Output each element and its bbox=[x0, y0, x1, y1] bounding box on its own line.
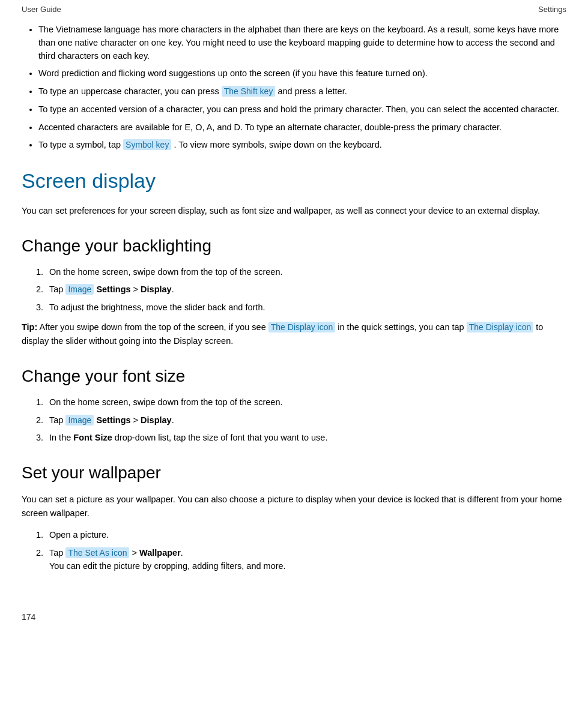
step-item: 2. Tap Image Settings > Display. bbox=[22, 283, 566, 296]
step-item: 3. To adjust the brightness, move the sl… bbox=[22, 301, 566, 314]
list-item: Word prediction and flicking word sugges… bbox=[38, 67, 566, 80]
list-item-text: Word prediction and flicking word sugges… bbox=[38, 68, 428, 78]
step-item: 1. On the home screen, swipe down from t… bbox=[22, 396, 566, 409]
display-icon-highlight-2: The Display icon bbox=[467, 322, 534, 332]
step-num: 2. bbox=[22, 547, 43, 573]
step-item: 2. Tap Image Settings > Display. bbox=[22, 414, 566, 427]
symbol-key-highlight: Symbol key bbox=[123, 139, 171, 150]
list-item: To type an uppercase character, you can … bbox=[38, 85, 566, 98]
wallpaper-steps: 1. Open a picture. 2. Tap The Set As ico… bbox=[22, 529, 566, 573]
list-item: To type an accented version of a charact… bbox=[38, 103, 566, 116]
step-num: 2. bbox=[22, 414, 43, 427]
screen-display-intro: You can set preferences for your screen … bbox=[22, 204, 566, 218]
step-text: On the home screen, swipe down from the … bbox=[49, 396, 282, 409]
step-item: 1. Open a picture. bbox=[22, 529, 566, 542]
shift-key-highlight: The Shift key bbox=[222, 86, 276, 97]
backlighting-heading: Change your backlighting bbox=[22, 236, 566, 256]
step-num: 1. bbox=[22, 266, 43, 279]
display-icon-highlight-1: The Display icon bbox=[268, 322, 336, 332]
list-item: Accented characters are available for E,… bbox=[38, 121, 566, 134]
backlighting-tip: Tip: After you swipe down from the top o… bbox=[22, 320, 566, 348]
step-text: In the Font Size drop-down list, tap the… bbox=[49, 432, 327, 445]
step-text: Tap The Set As icon > Wallpaper.You can … bbox=[49, 547, 286, 573]
backlighting-steps: 1. On the home screen, swipe down from t… bbox=[22, 266, 566, 314]
step-text: Tap Image Settings > Display. bbox=[49, 283, 174, 296]
step-text: On the home screen, swipe down from the … bbox=[49, 266, 282, 279]
wallpaper-intro: You can set a picture as your wallpaper.… bbox=[22, 493, 566, 520]
page-header: User Guide Settings bbox=[0, 0, 588, 17]
list-item-text: To type a symbol, tap Symbol key . To vi… bbox=[38, 139, 382, 150]
step-num: 1. bbox=[22, 529, 43, 542]
screen-display-heading: Screen display bbox=[22, 169, 566, 193]
step-text: Open a picture. bbox=[49, 529, 109, 542]
list-item-text: Accented characters are available for E,… bbox=[38, 122, 502, 132]
step-item: 3. In the Font Size drop-down list, tap … bbox=[22, 432, 566, 445]
step-text: Tap Image Settings > Display. bbox=[49, 414, 174, 427]
list-item: The Vietnamese language has more charact… bbox=[38, 23, 566, 62]
tip-label: Tip: bbox=[22, 322, 37, 332]
list-item-text: To type an uppercase character, you can … bbox=[38, 86, 347, 97]
step-text: To adjust the brightness, move the slide… bbox=[49, 301, 265, 314]
page-number: 174 bbox=[22, 612, 35, 622]
list-item: To type a symbol, tap Symbol key . To vi… bbox=[38, 139, 566, 152]
header-left: User Guide bbox=[22, 5, 61, 14]
page-footer: 174 bbox=[0, 603, 588, 628]
list-item-text: The Vietnamese language has more charact… bbox=[38, 25, 559, 61]
font-size-heading: Change your font size bbox=[22, 366, 566, 387]
intro-bullet-list: The Vietnamese language has more charact… bbox=[22, 23, 566, 152]
image-highlight-2: Image bbox=[65, 415, 94, 426]
content-area: The Vietnamese language has more charact… bbox=[0, 17, 588, 603]
set-as-icon-highlight: The Set As icon bbox=[65, 547, 129, 558]
step-num: 1. bbox=[22, 396, 43, 409]
step-num: 2. bbox=[22, 283, 43, 296]
step-item: 2. Tap The Set As icon > Wallpaper.You c… bbox=[22, 547, 566, 573]
image-highlight: Image bbox=[65, 284, 94, 295]
wallpaper-heading: Set your wallpaper bbox=[22, 463, 566, 483]
step-num: 3. bbox=[22, 432, 43, 445]
list-item-text: To type an accented version of a charact… bbox=[38, 104, 559, 114]
step-num: 3. bbox=[22, 301, 43, 314]
header-right: Settings bbox=[538, 5, 566, 14]
step-item: 1. On the home screen, swipe down from t… bbox=[22, 266, 566, 279]
font-size-steps: 1. On the home screen, swipe down from t… bbox=[22, 396, 566, 445]
